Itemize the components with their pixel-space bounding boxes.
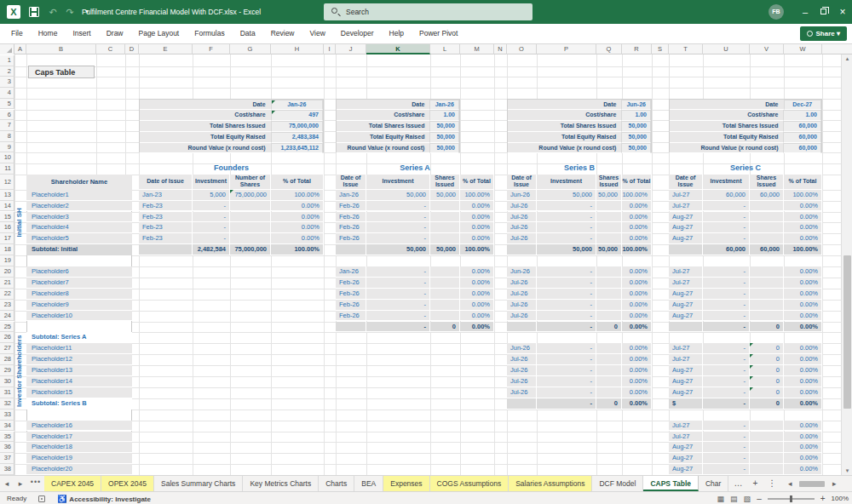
shareholder-subtotal-row[interactable]: Subtotal: Series B xyxy=(26,398,132,410)
table-cell[interactable]: - xyxy=(703,278,750,289)
table-row[interactable]: Jul-26-0.00% xyxy=(507,212,652,223)
table-row[interactable]: Feb-26-0.00% xyxy=(336,289,494,300)
table-cell[interactable]: - xyxy=(703,311,750,322)
column-header-m[interactable]: M xyxy=(460,44,494,54)
table-cell[interactable]: - xyxy=(537,289,596,300)
table-cell[interactable]: 0.00% xyxy=(784,266,822,278)
table-subtotal-cell[interactable]: 75,000,000 xyxy=(230,244,271,255)
table-cell[interactable]: Feb-23 xyxy=(139,201,193,212)
table-cell[interactable]: Aug-27 xyxy=(669,212,703,223)
table-row[interactable]: Jul-26-0.00% xyxy=(507,278,652,289)
table-subtotal-cell[interactable] xyxy=(669,244,703,255)
table-cell[interactable]: 0.00% xyxy=(271,212,324,223)
table-cell[interactable]: 0.00% xyxy=(784,387,822,398)
column-header-h[interactable]: H xyxy=(271,44,324,54)
restore-icon[interactable] xyxy=(815,0,833,24)
table-cell[interactable]: Feb-26 xyxy=(336,311,366,322)
save-icon[interactable] xyxy=(29,7,39,17)
table-subtotal-row[interactable]: -00.00% xyxy=(507,322,652,333)
table-cell[interactable]: Aug-27 xyxy=(669,442,703,453)
table-subtotal-cell[interactable] xyxy=(507,322,537,333)
table-cell[interactable]: - xyxy=(366,266,430,278)
summary-value-cell[interactable]: 50,000 xyxy=(429,121,459,132)
table-cell[interactable]: - xyxy=(703,365,750,376)
table-cell[interactable]: - xyxy=(537,376,596,387)
table-row[interactable]: Feb-23-0.00% xyxy=(139,233,324,244)
close-icon[interactable]: × xyxy=(833,0,852,24)
sheet-grid[interactable]: 1234567891011121314151617181920212223242… xyxy=(0,54,841,475)
table-subtotal-cell[interactable]: - xyxy=(703,398,750,410)
table-cell[interactable] xyxy=(230,222,271,233)
table-cell[interactable]: - xyxy=(366,222,430,233)
summary-value-cell[interactable]: 2,483,384 xyxy=(271,132,323,143)
table-subtotal-cell[interactable]: $ xyxy=(669,398,703,410)
table-cell[interactable]: Jul-27 xyxy=(669,432,703,443)
sheet-tab-caps-table[interactable]: CAPS Table xyxy=(643,476,699,491)
table-subtotal-cell[interactable]: 0.00% xyxy=(622,398,652,410)
sheet-nav-left-icon[interactable]: ◂ xyxy=(0,476,14,491)
table-cell[interactable]: Jul-26 xyxy=(507,300,537,311)
table-cell[interactable]: - xyxy=(703,354,750,365)
horizontal-scroll-thumb[interactable] xyxy=(799,481,825,487)
table-cell[interactable]: Jul-26 xyxy=(507,365,537,376)
column-header-i[interactable]: I xyxy=(324,44,336,54)
table-cell[interactable] xyxy=(596,365,622,376)
table-cell[interactable]: Jul-27 xyxy=(669,278,703,289)
table-subtotal-cell[interactable]: 2,482,584 xyxy=(193,244,230,255)
table-cell[interactable] xyxy=(430,201,460,212)
shareholder-row[interactable]: Placeholder11 xyxy=(26,343,132,354)
column-header-s[interactable]: S xyxy=(652,44,669,54)
table-row[interactable]: Jul-26-0.00% xyxy=(507,387,652,398)
shareholder-row[interactable]: Placeholder12 xyxy=(26,354,132,365)
table-cell[interactable]: 0.00% xyxy=(271,233,324,244)
table-row[interactable]: Feb-23-0.00% xyxy=(139,222,324,233)
table-cell[interactable] xyxy=(750,421,784,432)
table-cell[interactable]: 0.00% xyxy=(784,453,822,464)
table-cell[interactable]: - xyxy=(537,311,596,322)
summary-value-cell[interactable]: Jan-26 xyxy=(271,100,323,111)
row-header-27[interactable]: 27 xyxy=(0,343,14,354)
row-header-35[interactable]: 35 xyxy=(0,432,14,443)
zoom-in-icon[interactable]: + xyxy=(820,494,826,503)
shareholder-row[interactable]: Placeholder7 xyxy=(26,278,132,289)
table-subtotal-cell[interactable]: 100.00% xyxy=(271,244,324,255)
scroll-up-icon[interactable]: ▴ xyxy=(842,55,852,62)
sheet-tab-char[interactable]: Char xyxy=(699,476,728,491)
table-cell[interactable]: Feb-23 xyxy=(139,212,193,223)
row-header-18[interactable]: 18 xyxy=(0,244,14,255)
sheet-menu-icon[interactable]: ⋮ xyxy=(763,476,781,491)
sheet-tab-bea[interactable]: BEA xyxy=(354,476,383,491)
shareholder-row[interactable]: Placeholder17 xyxy=(26,432,132,443)
shareholder-row[interactable]: Placeholder13 xyxy=(26,365,132,376)
summary-value-cell[interactable]: 1.00 xyxy=(621,110,651,121)
summary-value-cell[interactable]: 60,000 xyxy=(783,143,821,154)
table-subtotal-cell[interactable]: 100.00% xyxy=(460,244,494,255)
table-cell[interactable]: - xyxy=(193,222,230,233)
sheet-tab-opex-2045[interactable]: OPEX 2045 xyxy=(101,476,154,491)
table-cell[interactable]: - xyxy=(366,300,430,311)
row-header-15[interactable]: 15 xyxy=(0,212,14,223)
table-cell[interactable]: - xyxy=(193,201,230,212)
table-cell[interactable] xyxy=(750,266,784,278)
hscroll-left-icon[interactable]: ◂ xyxy=(783,476,797,491)
table-cell[interactable]: 0.00% xyxy=(784,442,822,453)
table-cell[interactable]: 60,000 xyxy=(703,190,750,201)
table-subtotal-row[interactable]: -00.00% xyxy=(669,322,822,333)
shareholder-row[interactable]: Placeholder1 xyxy=(26,190,132,201)
table-cell[interactable]: 0.00% xyxy=(622,365,652,376)
table-cell[interactable]: - xyxy=(703,421,750,432)
table-cell[interactable]: Jul-26 xyxy=(507,278,537,289)
row-header-1[interactable]: 1 xyxy=(0,55,14,66)
table-cell[interactable]: 0.00% xyxy=(784,311,822,322)
table-row[interactable]: Feb-23-0.00% xyxy=(139,212,324,223)
row-header-2[interactable]: 2 xyxy=(0,66,14,77)
table-cell[interactable]: 0.00% xyxy=(622,300,652,311)
table-row[interactable]: Feb-26-0.00% xyxy=(336,222,494,233)
page-layout-view-icon[interactable]: ▤ xyxy=(730,495,738,503)
table-cell[interactable]: Feb-26 xyxy=(336,300,366,311)
redo-icon[interactable]: ↷ xyxy=(61,0,78,24)
sheet-tab-salaries-assumptions[interactable]: Salaries Assumptions xyxy=(509,476,592,491)
table-row[interactable]: Aug-27-0.00% xyxy=(669,442,822,453)
table-cell[interactable]: 0.00% xyxy=(622,343,652,354)
ribbon-tab-help[interactable]: Help xyxy=(382,24,412,44)
